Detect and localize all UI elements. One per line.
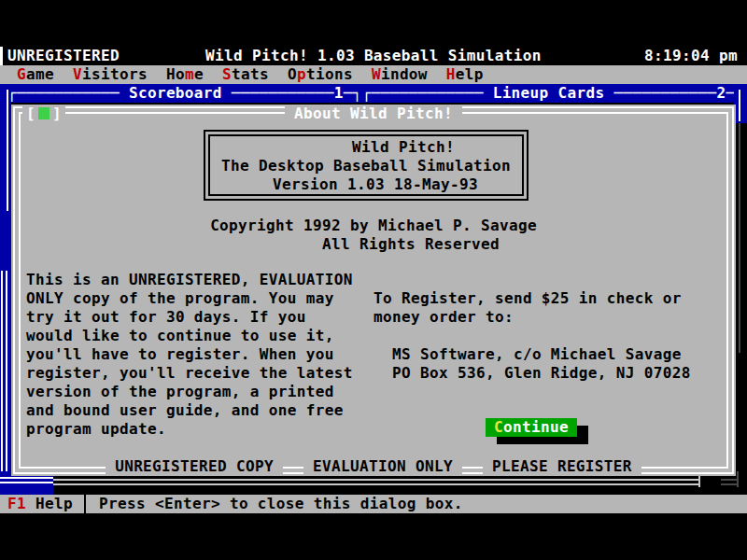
- menu-home[interactable]: Home: [166, 65, 204, 84]
- window-scoreboard-titlebar[interactable]: ┌─────────── Scoreboard ───────────1─┐: [7, 84, 362, 102]
- lineup-window-right-edge: [734, 84, 747, 123]
- scoreboard-window-border-fragment: [6, 271, 7, 481]
- registration-info-text: To Register, send $25 in check or money …: [374, 289, 691, 383]
- evaluation-notice-text: This is an UNREGISTERED, EVALUATION ONLY…: [26, 271, 353, 439]
- continue-button[interactable]: Continue: [486, 418, 577, 437]
- app-title: Wild Pitch! 1.03 Baseball Simulation: [205, 47, 542, 65]
- dialog-footer: UNREGISTERED COPY EVALUATION ONLY PLEASE…: [11, 457, 736, 476]
- window-bottom-corner: [737, 471, 739, 487]
- status-separator: [84, 495, 86, 513]
- window-bottom-border: [721, 479, 738, 481]
- window-bottom-corner: [698, 476, 700, 487]
- footer-label-register: PLEASE REGISTER: [483, 457, 641, 476]
- lineup-window-border-fragment: [739, 90, 740, 121]
- scoreboard-window-border-fragment: [1, 271, 3, 495]
- copyright-text: Copyright 1992 by Michael P. Savage All …: [11, 217, 736, 254]
- clock: 8:19:04 pm: [644, 47, 738, 65]
- background-windows-row: ┌─────────── Scoreboard ───────────1─┐┌─…: [0, 84, 747, 103]
- status-bar: F1 Help Press <Enter> to close this dial…: [0, 495, 747, 513]
- scoreboard-window-border-fragment: [7, 90, 8, 211]
- window-bottom-border: [53, 483, 700, 485]
- window-bottom-border: [53, 479, 700, 481]
- menu-window[interactable]: Window: [372, 65, 428, 84]
- about-dialog: [] About Wild Pitch! Wild Pitch! The Des…: [11, 105, 736, 476]
- footer-label-evaluation: EVALUATION ONLY: [303, 457, 462, 476]
- window-bottom-border: [721, 483, 738, 485]
- screen-edge-artifact: [0, 47, 3, 65]
- menu-visitors[interactable]: Visitors: [73, 65, 148, 84]
- footer-label-unregistered: UNREGISTERED COPY: [106, 457, 283, 476]
- menu-bar: Game Visitors Home Stats Options Window …: [0, 65, 747, 84]
- window-lineup-cards-titlebar[interactable]: ┌──────────── Lineup Cards ───────────2─…: [362, 84, 745, 102]
- lineup-window-border-fragment: [739, 123, 740, 353]
- registration-status-label: UNREGISTERED: [7, 47, 120, 65]
- program-info-box: Wild Pitch! The Desktop Baseball Simulat…: [208, 134, 524, 196]
- status-message: Press <Enter> to close this dialog box.: [99, 495, 463, 513]
- help-label[interactable]: Help: [35, 495, 73, 513]
- menu-game[interactable]: Game: [17, 65, 54, 84]
- menu-help[interactable]: Help: [446, 65, 484, 84]
- app-title-bar: UNREGISTERED Wild Pitch! 1.03 Baseball S…: [0, 47, 747, 65]
- f1-help-hotkey[interactable]: F1: [7, 495, 26, 513]
- dialog-close-button[interactable]: []: [22, 105, 65, 123]
- menu-options[interactable]: Options: [288, 65, 353, 84]
- scoreboard-window-border-fragment: [0, 477, 53, 479]
- menu-stats[interactable]: Stats: [222, 65, 269, 84]
- close-icon: [38, 107, 49, 119]
- scoreboard-window-border-fragment: [0, 482, 53, 483]
- dialog-title: About Wild Pitch!: [285, 105, 462, 123]
